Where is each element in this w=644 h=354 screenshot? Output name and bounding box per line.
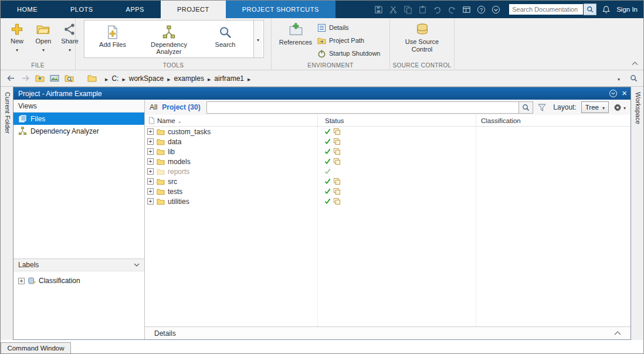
expand-icon[interactable] [147,168,154,175]
details-button[interactable]: Details [315,22,382,33]
current-folder-tab[interactable]: Current Folder [1,87,13,340]
breadcrumb-separator-icon[interactable] [167,74,170,83]
forward-arrow-icon[interactable] [20,73,30,84]
column-header-name[interactable]: Name [145,115,317,126]
references-button[interactable]: References [276,19,315,59]
labels-header[interactable]: Labels [13,258,144,271]
view-options-button[interactable] [614,103,626,111]
copy-icon[interactable] [402,4,413,15]
startup-shutdown-button[interactable]: Startup Shutdown [315,48,382,59]
breadcrumb-segment-airframe1[interactable]: airframe1 [214,74,244,83]
tab-plots[interactable]: PLOTS [54,1,110,18]
resources-chevron-icon[interactable] [490,4,501,15]
breadcrumb-separator-icon[interactable] [122,74,125,83]
toolstrip-ribbon: New Open Share FILE [1,18,643,70]
expand-icon[interactable] [147,198,154,205]
breadcrumb-separator-icon[interactable] [248,74,250,83]
use-source-control-button[interactable]: Use Source Control [390,18,454,53]
up-one-level-icon[interactable] [35,73,45,84]
chevron-up-icon[interactable] [614,331,621,335]
add-files-button[interactable]: Add Files [84,21,141,57]
breadcrumb-segment-examples[interactable]: examples [174,74,204,83]
details-bar[interactable]: Details [145,326,631,339]
address-history-dropdown-icon[interactable] [614,73,624,84]
dependency-analyzer-icon [162,24,176,40]
table-row-lib[interactable]: lib [145,147,631,156]
breadcrumb-segment-drive[interactable]: C: [111,74,118,83]
paste-icon[interactable] [417,4,428,15]
dependency-analyzer-label: Dependency Analyzer [141,41,197,55]
expand-icon[interactable] [147,158,154,165]
expand-icon[interactable] [147,128,154,135]
sidebar-item-files[interactable]: Files [13,113,144,125]
search-button[interactable]: Search [197,21,253,57]
table-row-tests[interactable]: tests [145,186,631,196]
filter-project[interactable]: Project (30) [162,103,200,111]
expand-icon[interactable] [147,138,154,145]
command-window-tab[interactable]: Command Window [1,342,71,353]
filter-funnel-icon[interactable] [538,104,546,111]
table-row-models[interactable]: models [145,156,631,166]
project-panel-titlebar[interactable]: Project - Airframe Example [13,87,631,100]
tab-project[interactable]: PROJECT [161,1,226,18]
sign-in-link[interactable]: Sign In [616,6,638,13]
breadcrumb-separator-icon[interactable] [208,74,211,83]
sidebar-item-files-label: Files [30,115,45,123]
workspace-tab[interactable]: Workspace [631,87,643,340]
tools-gallery-dropdown-button[interactable] [253,21,262,57]
tab-home[interactable]: HOME [1,1,54,18]
table-row-data[interactable]: data [145,137,631,147]
cut-icon[interactable] [388,4,398,15]
filter-search-icon[interactable] [519,101,533,114]
files-table-body: custom_tasks data [145,127,631,326]
notifications-bell-icon[interactable] [601,4,611,15]
close-icon[interactable] [622,89,627,98]
new-button-label: New [11,38,23,45]
column-header-classification[interactable]: Classification [476,115,631,126]
help-icon[interactable]: ? [476,4,486,15]
dependency-analyzer-button[interactable]: Dependency Analyzer [141,21,197,57]
project-path-button[interactable]: Project Path [315,35,382,46]
sidebar-item-dependency-analyzer[interactable]: Dependency Analyzer [13,125,144,137]
redo-icon[interactable] [446,4,457,15]
screenshot-icon[interactable] [49,73,60,84]
back-arrow-icon[interactable] [5,73,16,84]
project-filter-input[interactable] [206,101,520,114]
address-search-icon[interactable] [628,73,639,84]
table-row-custom-tasks[interactable]: custom_tasks [145,127,631,137]
environment-section: References Details Project Path [272,18,390,70]
expand-icon[interactable] [147,188,154,195]
file-name: utilities [168,198,189,206]
tab-project-shortcuts[interactable]: PROJECT SHORTCUTS [226,1,335,18]
breadcrumb-segment-workspace[interactable]: workSpace [129,74,164,83]
column-header-status[interactable]: Status [317,115,476,126]
undo-icon[interactable] [432,4,442,15]
current-folder-icon [87,73,97,84]
file-name: src [168,178,177,186]
status-check-icon [324,188,331,195]
panel-actions-icon[interactable] [609,90,617,97]
layout-dropdown[interactable]: Tree [581,101,609,113]
filter-all[interactable]: All [150,103,157,111]
startup-shutdown-label: Startup Shutdown [329,50,380,57]
chevron-down-icon[interactable] [134,263,140,267]
save-icon[interactable] [373,4,384,15]
find-files-icon[interactable] [64,73,74,84]
table-row-utilities[interactable]: utilities [145,196,631,206]
desktop-layout-icon[interactable] [461,4,472,15]
documentation-search-icon[interactable] [584,4,596,15]
documentation-search-input[interactable] [509,4,584,15]
table-row-reports[interactable]: reports [145,166,631,176]
collapse-toolstrip-icon[interactable] [630,60,639,67]
new-button[interactable]: New [6,18,28,53]
label-item-classification[interactable]: Classification [13,275,144,287]
expand-icon[interactable] [147,178,154,185]
tab-apps[interactable]: APPS [110,1,161,18]
expand-icon[interactable] [147,148,154,155]
table-row-src[interactable]: src [145,176,631,186]
column-header-status-label: Status [325,117,344,124]
open-button[interactable]: Open [33,18,54,53]
source-control-section: Use Source Control SOURCE CONTROL [390,18,455,70]
expand-icon[interactable] [18,278,25,284]
layout-label: Layout: [553,103,576,111]
